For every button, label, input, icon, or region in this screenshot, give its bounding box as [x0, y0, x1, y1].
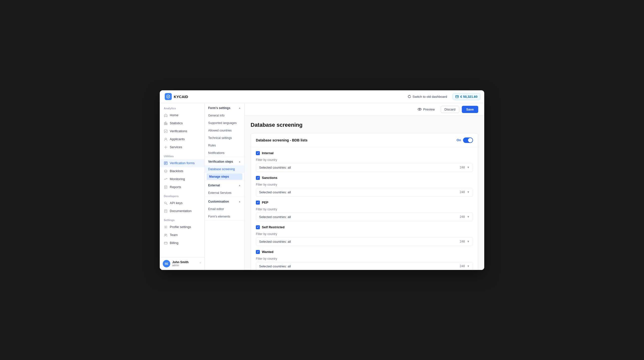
refresh-icon	[408, 95, 411, 98]
internal-checkbox[interactable]	[256, 151, 260, 155]
verification-steps-section: Verification steps ▲ Database screening …	[205, 157, 244, 181]
sanctions-country-select[interactable]: Selected countries: all 248 ▼	[256, 188, 473, 197]
sidebar-item-applicants[interactable]: Applicants	[160, 135, 204, 143]
toggle-row: On	[456, 137, 473, 143]
panel-item-manage-steps[interactable]: Manage steps	[207, 173, 242, 180]
utilities-section-label: Utilities	[160, 151, 204, 159]
sidebar-item-reports[interactable]: Reports	[160, 183, 204, 191]
form-settings-header[interactable]: Form's settings ▲	[205, 103, 244, 112]
self-restricted-country-select[interactable]: Selected countries: all 248 ▼	[256, 237, 473, 246]
internal-label: Internal	[262, 151, 274, 155]
pep-check-row: PEP	[256, 201, 473, 205]
sidebar-item-api-keys[interactable]: API keys	[160, 199, 204, 207]
sidebar-item-statistics[interactable]: Statistics	[160, 119, 204, 127]
sanctions-select-badge: 248	[460, 190, 465, 194]
pep-select-chevron: ▼	[467, 215, 470, 219]
top-header: KYCAID Switch to old dashboard € 50,321.…	[160, 90, 484, 103]
user-role: admin	[172, 264, 197, 267]
panel-item-technical-settings[interactable]: Technical settings	[205, 134, 244, 142]
sidebar-item-profile-settings[interactable]: Profile settings	[160, 223, 204, 231]
reports-icon	[164, 185, 168, 189]
customisation-header[interactable]: Customisation ▲	[205, 197, 244, 205]
sidebar-item-billing[interactable]: Billing	[160, 239, 204, 247]
wanted-country-select[interactable]: Selected countries: all 248 ▼	[256, 262, 473, 270]
database-screening-card: Database screening - BDB lists On Intern…	[250, 133, 478, 270]
panel-item-allowed-countries[interactable]: Allowed countries	[205, 127, 244, 134]
pep-country-select[interactable]: Selected countries: all 248 ▼	[256, 213, 473, 221]
customisation-section: Customisation ▲ Email editor Form's elem…	[205, 197, 244, 221]
main-content: Preview Discard Save Database screening …	[244, 103, 484, 270]
self-restricted-check-row: Self Restricted	[256, 225, 473, 229]
wanted-label: Wanted	[262, 250, 273, 254]
svg-rect-3	[166, 122, 166, 125]
blacklists-icon	[164, 169, 168, 173]
sidebar-item-verification-forms[interactable]: Verification forms	[160, 159, 204, 167]
save-button[interactable]: Save	[462, 106, 478, 113]
wanted-check-row: Wanted	[256, 250, 473, 254]
external-header[interactable]: External ▲	[205, 181, 244, 189]
verification-steps-header[interactable]: Verification steps ▲	[205, 157, 244, 165]
eye-icon	[418, 107, 422, 111]
sanctions-select-text: Selected countries: all	[259, 190, 460, 194]
self-restricted-checkbox[interactable]	[256, 225, 260, 229]
internal-select-text: Selected countries: all	[259, 166, 460, 169]
analytics-section-label: Analytics	[160, 103, 204, 111]
sidebar-item-monitoring[interactable]: Monitoring	[160, 175, 204, 183]
external-chevron: ▲	[238, 184, 241, 187]
toggle-switch[interactable]	[463, 137, 473, 143]
content-body: Database screening Database screening - …	[244, 116, 484, 270]
applicants-icon	[164, 137, 168, 141]
panel-item-notifications[interactable]: Notifications	[205, 149, 244, 157]
panel-item-general-info[interactable]: General info	[205, 112, 244, 119]
svg-point-1	[458, 97, 458, 97]
internal-select-badge: 248	[460, 166, 465, 169]
pep-label: PEP	[262, 201, 268, 204]
page-title: Database screening	[250, 122, 478, 128]
self-restricted-select-badge: 248	[460, 240, 465, 243]
svg-rect-2	[164, 122, 165, 125]
wanted-checkbox[interactable]	[256, 250, 260, 254]
developers-section-label: Developers	[160, 191, 204, 199]
self-restricted-filter-label: Filter by country	[256, 232, 473, 236]
sidebar-item-services[interactable]: Services	[160, 143, 204, 151]
switch-dashboard-button[interactable]: Switch to old dashboard	[405, 93, 450, 100]
profile-settings-icon	[164, 225, 168, 229]
sanctions-checkbox[interactable]	[256, 176, 260, 180]
wanted-select-badge: 248	[460, 265, 465, 268]
preview-button[interactable]: Preview	[414, 106, 438, 113]
panel-item-email-editor[interactable]: Email editor	[205, 205, 244, 213]
svg-rect-25	[164, 242, 167, 244]
wallet-icon	[455, 95, 459, 98]
form-settings-section: Form's settings ▲ General info Supported…	[205, 103, 244, 157]
pep-checkbox[interactable]	[256, 201, 260, 205]
sidebar-item-blacklists[interactable]: Blacklists	[160, 167, 204, 175]
header-right: Switch to old dashboard € 50,321.60	[405, 93, 480, 100]
wanted-filter-label: Filter by country	[256, 257, 473, 261]
panel-item-form-elements[interactable]: Form's elements	[205, 213, 244, 220]
form-settings-chevron: ▲	[238, 106, 241, 109]
svg-point-26	[418, 108, 421, 110]
sidebar-item-team[interactable]: Team	[160, 231, 204, 239]
card-header: Database screening - BDB lists On	[251, 133, 478, 147]
panel-item-external-services[interactable]: External Services	[205, 189, 244, 197]
internal-country-select[interactable]: Selected countries: all 248 ▼	[256, 163, 473, 172]
statistics-icon	[164, 121, 168, 125]
sidebar-item-verifications[interactable]: Verifications	[160, 127, 204, 135]
avatar: SE	[163, 260, 170, 268]
services-icon	[164, 145, 168, 149]
internal-check-row: Internal	[256, 151, 473, 155]
panel-item-supported-languages[interactable]: Supported languages	[205, 119, 244, 127]
discard-button[interactable]: Discard	[441, 106, 459, 113]
sanctions-label: Sanctions	[262, 176, 277, 180]
pep-filter-label: Filter by country	[256, 208, 473, 211]
self-restricted-select-text: Selected countries: all	[259, 240, 460, 244]
verification-forms-icon	[164, 161, 168, 165]
sidebar-item-home[interactable]: Home	[160, 111, 204, 119]
panel-item-rules[interactable]: Rules	[205, 142, 244, 149]
settings-section-label: Settings	[160, 215, 204, 223]
home-icon	[164, 113, 168, 117]
panel-item-database-screening[interactable]: Database screening	[205, 165, 244, 173]
pep-select-badge: 248	[460, 215, 465, 219]
sidebar-item-documentation[interactable]: Documentation	[160, 207, 204, 215]
user-menu[interactable]: SE John Smith admin ⌃	[160, 257, 204, 270]
